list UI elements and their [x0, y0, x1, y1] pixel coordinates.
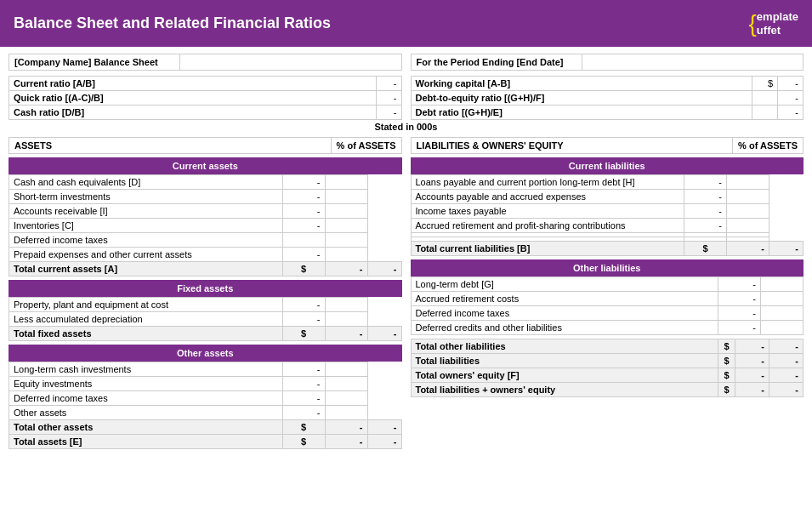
row-value: -	[282, 298, 325, 312]
summary-label: Total liabilities + owners' equity	[411, 383, 718, 397]
liabilities-header-label: LIABILITIES & OWNERS' EQUITY	[412, 138, 733, 153]
row-pct	[761, 306, 803, 321]
total-cl-value: -	[769, 242, 803, 256]
other-liabilities-table: Long-term debt [G]-Accrued retirement co…	[411, 276, 804, 335]
row-value: -	[282, 312, 325, 327]
row-value: -	[684, 219, 727, 233]
total-cl-dollar: $	[684, 242, 727, 256]
ratio-label: Debt ratio [(G+H)/E]	[411, 105, 752, 120]
summary-dash: -	[735, 354, 769, 368]
row-pct	[761, 292, 803, 306]
table-row: Income taxes payable-	[411, 204, 803, 219]
ratio-row: Quick ratio [(A-C)/B]-	[9, 91, 402, 105]
summary-dollar: $	[718, 368, 735, 383]
row-value: -	[282, 204, 325, 219]
summary-label: Total other liabilities	[411, 339, 718, 354]
row-value	[282, 233, 325, 248]
table-row: Accrued retirement and profit-sharing co…	[411, 219, 803, 233]
logo-text: emplate uffet	[757, 10, 798, 37]
ratio-row: Cash ratio [D/B]-	[9, 105, 402, 120]
row-value: -	[718, 321, 761, 335]
ratio-row: Debt ratio [(G+H)/E]-	[411, 105, 803, 120]
page-title: Balance Sheet and Related Financial Rati…	[14, 14, 331, 32]
row-value: -	[684, 175, 727, 190]
row-value: -	[718, 292, 761, 306]
total-fa-value: -	[367, 327, 401, 341]
summary-label: Total liabilities	[411, 354, 718, 368]
total-ca-value: -	[367, 262, 401, 276]
period-row: For the Period Ending [End Date]	[411, 54, 804, 71]
logo: { emplate uffet	[749, 10, 799, 37]
other-liabilities-header: Other liabilities	[411, 259, 804, 276]
logo-bracket: {	[749, 12, 757, 36]
row-pct	[727, 190, 769, 204]
row-value: -	[718, 306, 761, 321]
ratio-row: Working capital [A-B]$-	[411, 77, 803, 91]
assets-header-label: ASSETS	[9, 138, 331, 153]
summary-dollar: $	[718, 383, 735, 397]
row-pct	[727, 204, 769, 219]
total-assets-row: Total assets [E] $ - -	[9, 435, 402, 449]
row-label: Loans payable and current portion long-t…	[411, 175, 684, 190]
company-row: [Company Name] Balance Sheet	[9, 54, 402, 71]
table-row: Deferred income taxes-	[9, 391, 402, 406]
total-assets-value: -	[367, 435, 401, 449]
row-label: Inventories [C]	[9, 219, 283, 233]
total-current-assets-row: Total current assets [A] $ - -	[9, 262, 402, 276]
row-pct	[325, 248, 367, 262]
row-value: -	[718, 277, 761, 292]
total-fixed-assets-row: Total fixed assets $ - -	[9, 327, 402, 341]
row-pct	[325, 175, 367, 190]
stated-label: Stated in 000s	[9, 122, 803, 132]
summary-dash: -	[735, 368, 769, 383]
ratio-label: Debt-to-equity ratio [(G+H)/F]	[411, 91, 752, 105]
total-assets-dash: -	[325, 435, 367, 449]
row-pct	[325, 406, 367, 420]
current-liabilities-header: Current liabilities	[411, 157, 804, 174]
total-fa-label: Total fixed assets	[9, 327, 283, 341]
total-assets-label: Total assets [E]	[9, 435, 283, 449]
fixed-assets-header: Fixed assets	[9, 280, 402, 297]
row-label: Accrued retirement and profit-sharing co…	[411, 219, 684, 233]
table-row: Other assets-	[9, 406, 402, 420]
row-label: Short-term investments	[9, 190, 283, 204]
row-label: Accounts receivable [I]	[9, 204, 283, 219]
row-label: Income taxes payable	[411, 204, 684, 219]
total-oa-value: -	[367, 420, 401, 435]
ratio-label: Current ratio [A/B]	[9, 77, 377, 91]
summary-value: -	[769, 339, 803, 354]
assets-pct-label: % of ASSETS	[331, 138, 401, 153]
total-assets-dollar: $	[282, 435, 325, 449]
row-value: -	[282, 190, 325, 204]
summary-dollar: $	[718, 339, 735, 354]
total-oa-label: Total other assets	[9, 420, 283, 435]
ratio-label: Quick ratio [(A-C)/B]	[9, 91, 377, 105]
summary-dollar: $	[718, 354, 735, 368]
row-label: Deferred credits and other liabilities	[411, 321, 718, 335]
table-row: Loans payable and current portion long-t…	[411, 175, 803, 190]
total-oa-dash: -	[325, 420, 367, 435]
row-value: -	[282, 175, 325, 190]
table-row: Deferred income taxes	[9, 233, 402, 248]
table-row: Deferred credits and other liabilities-	[411, 321, 803, 335]
other-assets-header: Other assets	[9, 345, 402, 362]
row-label: Less accumulated depreciation	[9, 312, 283, 327]
other-assets-table: Long-term cash investments-Equity invest…	[9, 362, 402, 449]
summary-row: Total liabilities$--	[411, 354, 803, 368]
row-label: Long-term debt [G]	[411, 277, 718, 292]
summary-row: Total liabilities + owners' equity$--	[411, 383, 803, 397]
summary-value: -	[769, 354, 803, 368]
total-ca-dash: -	[325, 262, 367, 276]
logo-line2: uffet	[757, 24, 798, 37]
table-row: Inventories [C]-	[9, 219, 402, 233]
row-label: Accrued retirement costs	[411, 292, 718, 306]
row-pct	[325, 391, 367, 406]
row-pct	[325, 362, 367, 377]
summary-row: Total other liabilities$--	[411, 339, 803, 354]
total-cl-dash: -	[727, 242, 769, 256]
main-grid: Current assets Cash and cash equivalents…	[9, 154, 803, 449]
row-value: -	[282, 362, 325, 377]
row-value: -	[684, 204, 727, 219]
table-row: Long-term cash investments-	[9, 362, 402, 377]
ratio-label: Cash ratio [D/B]	[9, 105, 377, 120]
